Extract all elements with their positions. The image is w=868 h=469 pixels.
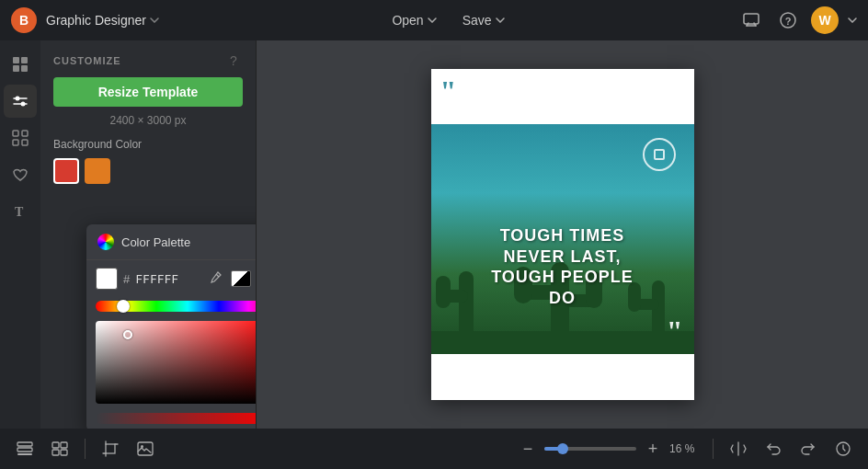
- sidebar-header: CUSTOMIZE ?: [40, 40, 256, 77]
- svg-rect-4: [21, 57, 28, 63]
- help-icon-button[interactable]: ?: [774, 6, 802, 34]
- color-swatches: [40, 158, 256, 191]
- hue-slider[interactable]: [96, 301, 257, 312]
- svg-rect-5: [13, 65, 19, 72]
- sidebar-section-title: CUSTOMIZE: [53, 55, 121, 66]
- svg-rect-13: [13, 140, 18, 145]
- color-swatch-red[interactable]: [53, 158, 79, 184]
- color-swatch-orange[interactable]: [85, 158, 110, 184]
- app-title-button[interactable]: Graphic Designer: [46, 13, 159, 28]
- sidebar-item-customize[interactable]: [4, 85, 37, 118]
- undo-button[interactable]: [760, 435, 787, 463]
- color-input-row: #: [86, 260, 257, 297]
- zoom-slider-track[interactable]: [544, 447, 636, 451]
- flip-button[interactable]: [725, 435, 752, 463]
- dimension-text: 2400 × 3000 px: [40, 114, 256, 127]
- sidebar-item-grid[interactable]: [4, 121, 37, 154]
- chevron-down-icon: [496, 17, 505, 23]
- palette-title: Color Palette: [121, 235, 190, 249]
- color-gradient-box[interactable]: [96, 321, 257, 404]
- hue-slider-container: [86, 297, 257, 315]
- zoom-in-button[interactable]: +: [642, 438, 664, 460]
- grid-view-button[interactable]: [46, 435, 74, 463]
- svg-rect-14: [22, 140, 28, 145]
- sidebar-item-favorites[interactable]: [4, 158, 37, 191]
- svg-point-42: [141, 445, 143, 448]
- bottom-bar: − + 16 %: [0, 429, 868, 469]
- templates-icon: [11, 55, 29, 74]
- canvas-white-bottom: [431, 354, 694, 400]
- sidebar-item-text[interactable]: T: [4, 195, 37, 228]
- palette-icon: [97, 234, 114, 250]
- eyedropper-button[interactable]: [205, 269, 225, 289]
- resize-template-button[interactable]: Resize Template: [53, 77, 243, 107]
- crop-handle-inner: [654, 149, 665, 160]
- svg-rect-29: [17, 442, 32, 446]
- canvas-quote-text: TOUGH TIMESNEVER LAST,TOUGH PEOPLEDO: [431, 225, 694, 308]
- svg-rect-3: [13, 57, 19, 63]
- eyedropper-icon: [209, 271, 222, 284]
- sidebar-help-button[interactable]: ?: [224, 51, 243, 70]
- svg-rect-36: [106, 444, 115, 453]
- svg-rect-11: [13, 131, 18, 136]
- hex-hash: #: [123, 272, 130, 286]
- svg-rect-12: [22, 131, 28, 136]
- gradient-button[interactable]: [231, 270, 251, 287]
- zoom-controls: − + 16 %: [517, 438, 702, 460]
- layers-icon: [17, 441, 33, 456]
- crop-button[interactable]: [97, 435, 124, 463]
- open-button[interactable]: Open: [383, 9, 445, 31]
- heart-icon: [11, 166, 29, 184]
- app-logo[interactable]: B: [11, 7, 37, 33]
- flip-icon: [730, 441, 747, 456]
- canvas-image-section: TOUGH TIMESNEVER LAST,TOUGH PEOPLEDO ": [431, 124, 694, 354]
- history-icon: [835, 440, 851, 457]
- color-palette-dropdown: Color Palette #: [86, 224, 257, 429]
- grid-icon: [11, 129, 29, 147]
- help-icon: ?: [780, 12, 796, 29]
- canvas-white-top: ": [431, 69, 694, 124]
- main-area: T CUSTOMIZE ? Resize Template 2400 × 300…: [0, 40, 868, 429]
- zoom-out-button[interactable]: −: [517, 438, 539, 460]
- user-avatar[interactable]: W: [811, 6, 839, 34]
- svg-rect-35: [61, 450, 67, 455]
- canvas-area: ": [257, 40, 868, 429]
- design-canvas: ": [431, 69, 694, 400]
- redo-button[interactable]: [794, 435, 822, 463]
- crop-handle[interactable]: [643, 138, 676, 171]
- sidebar-item-templates[interactable]: [4, 48, 37, 81]
- zoom-slider-thumb[interactable]: [557, 443, 568, 454]
- avatar-chevron-icon: [848, 17, 857, 23]
- svg-rect-34: [52, 450, 59, 455]
- quote-right-marks: ": [667, 315, 683, 349]
- separator: [85, 439, 86, 459]
- image-button[interactable]: [131, 435, 159, 463]
- save-button[interactable]: Save: [453, 9, 514, 31]
- svg-rect-32: [52, 442, 59, 448]
- opacity-slider-container: [86, 409, 257, 429]
- svg-rect-28: [431, 331, 694, 354]
- svg-rect-6: [21, 65, 28, 72]
- svg-text:?: ?: [785, 16, 792, 27]
- svg-rect-30: [17, 448, 32, 452]
- sidebar-panel: CUSTOMIZE ? Resize Template 2400 × 3000 …: [40, 40, 257, 429]
- grid-view-icon: [51, 441, 68, 456]
- history-button[interactable]: [829, 435, 857, 463]
- hex-input[interactable]: [135, 272, 200, 286]
- crop-icon: [102, 440, 119, 457]
- layers-button[interactable]: [11, 435, 39, 463]
- svg-text:T: T: [15, 205, 24, 219]
- gradient-cursor[interactable]: [123, 330, 132, 339]
- color-preview[interactable]: [96, 268, 118, 290]
- opacity-slider[interactable]: [96, 413, 257, 424]
- chat-icon-button[interactable]: [737, 6, 765, 34]
- redo-icon: [800, 441, 817, 456]
- canvas-background: TOUGH TIMESNEVER LAST,TOUGH PEOPLEDO ": [431, 124, 694, 354]
- svg-point-10: [21, 102, 26, 107]
- chevron-down-icon: [428, 17, 437, 23]
- svg-rect-0: [744, 14, 759, 24]
- zoom-value: 16 %: [669, 442, 702, 455]
- customize-icon: [11, 92, 29, 110]
- bg-color-label: Background Color: [40, 138, 256, 158]
- hue-thumb[interactable]: [117, 300, 130, 313]
